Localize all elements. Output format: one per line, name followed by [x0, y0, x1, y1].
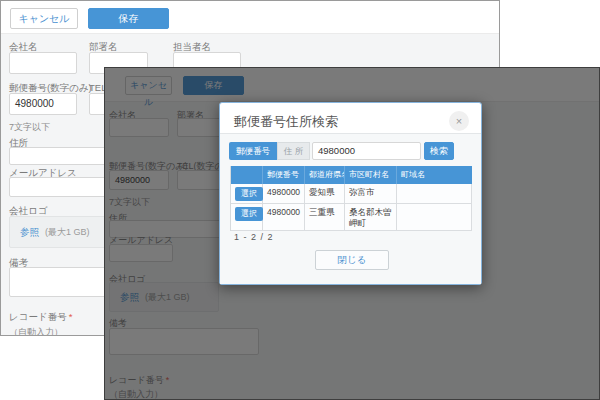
record-hint: （自動入力） — [9, 326, 63, 336]
column-header-town: 町域名 — [397, 166, 472, 184]
modal-body: 郵便番号 住 所 4980000 検索 郵便番号 都道府県名 市区町村名 町域名… — [220, 133, 481, 284]
column-header-city: 市区町村名 — [345, 166, 397, 184]
results-table: 郵便番号 都道府県名 市区町村名 町域名 選択 4980000 愛知県 弥富市 … — [230, 166, 471, 231]
column-header-select — [231, 166, 263, 184]
table-row: 選択 — [231, 184, 263, 204]
pagination-status: 1 - 2 / 2 — [234, 232, 274, 242]
prefecture-cell: 三重県 — [305, 204, 345, 231]
city-cell: 弥富市 — [345, 184, 397, 204]
search-input[interactable]: 4980000 — [312, 142, 421, 160]
table-row: 選択 — [231, 204, 263, 231]
postal-cell: 4980000 — [263, 204, 305, 231]
town-cell — [397, 184, 472, 204]
close-icon[interactable]: × — [449, 111, 469, 131]
postal-hint: 7文字以下 — [9, 121, 50, 134]
postal-cell: 4980000 — [263, 184, 305, 204]
tab-postal-code[interactable]: 郵便番号 — [229, 142, 277, 160]
select-button[interactable]: 選択 — [235, 187, 263, 201]
modal-title: 郵便番号住所検索 — [234, 113, 338, 131]
cancel-button[interactable]: キャンセル — [10, 8, 78, 29]
column-header-postal: 郵便番号 — [263, 166, 305, 184]
select-button[interactable]: 選択 — [235, 207, 263, 221]
town-cell — [397, 204, 472, 231]
search-button[interactable]: 検索 — [424, 142, 454, 160]
form-toolbar: キャンセル 保存 — [1, 1, 499, 34]
save-button[interactable]: 保存 — [88, 8, 169, 29]
prefecture-cell: 愛知県 — [305, 184, 345, 204]
postal-field[interactable]: 4980000 — [9, 93, 77, 115]
browse-link[interactable]: 参照 — [20, 226, 39, 239]
tab-address[interactable]: 住 所 — [277, 142, 310, 160]
close-button[interactable]: 閉じる — [315, 250, 389, 270]
column-header-prefecture: 都道府県名 — [305, 166, 345, 184]
city-cell: 桑名郡木曽岬町 — [345, 204, 397, 231]
required-asterisk: * — [69, 311, 73, 322]
company-field[interactable] — [9, 52, 77, 74]
record-number-label: レコード番号* — [9, 311, 72, 324]
logo-size-limit: (最大1 GB) — [45, 226, 90, 239]
postal-search-modal: 郵便番号住所検索 × 郵便番号 住 所 4980000 検索 郵便番号 都道府県… — [219, 102, 482, 285]
